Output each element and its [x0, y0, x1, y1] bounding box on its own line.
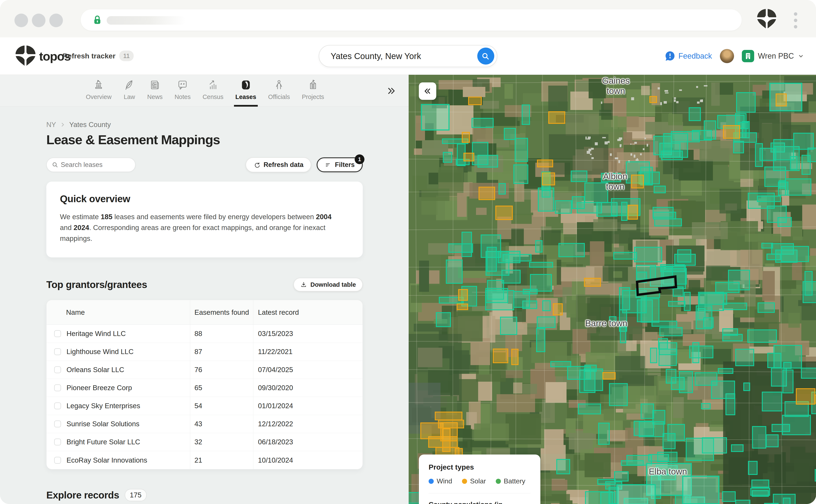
feedback-label: Feedback — [679, 52, 712, 61]
legend-item-battery: Battery — [496, 477, 525, 485]
county-search-input[interactable] — [331, 45, 467, 67]
window-maximize-button[interactable] — [49, 14, 63, 27]
window-minimize-button[interactable] — [32, 14, 45, 27]
row-checkbox[interactable] — [54, 384, 61, 391]
row-checkbox[interactable] — [54, 348, 61, 355]
org-badge — [742, 50, 754, 62]
latest-record-date: 12/12/2022 — [253, 415, 362, 433]
search-icon — [481, 52, 491, 61]
table-row[interactable]: Sunrise Solar Solutions 43 12/12/2022 — [47, 415, 362, 433]
legend-item-wind: Wind — [429, 477, 452, 485]
factory-icon — [307, 79, 319, 91]
row-checkbox[interactable] — [54, 402, 61, 409]
section-tab-bar: Overview Law News — [0, 75, 409, 107]
tab-label: Census — [202, 93, 223, 100]
explore-count-badge: 175 — [125, 489, 147, 501]
lock-icon — [92, 14, 103, 25]
address-bar[interactable] — [81, 9, 742, 31]
topos-extension-icon[interactable] — [757, 9, 777, 29]
latest-record-date: 11/22/2021 — [253, 343, 362, 361]
solar-label: Solar — [470, 477, 486, 485]
grantors-title: Top grantors/grantees — [46, 279, 147, 290]
row-checkbox[interactable] — [54, 421, 61, 427]
chevron-double-right-icon[interactable] — [386, 86, 396, 96]
tab-law[interactable]: Law — [123, 75, 135, 106]
collapse-map-button[interactable] — [419, 82, 436, 100]
filters-button[interactable]: Filters 1 — [316, 157, 363, 172]
table-row[interactable]: EcoRay Solar Innovations 21 10/10/2024 — [47, 451, 362, 469]
lease-map[interactable]: Gaines town Albion town Barre town Elba … — [409, 75, 816, 504]
battery-label: Battery — [504, 477, 525, 485]
chart-arrow-icon — [207, 79, 219, 91]
browser-menu-icon[interactable] — [792, 10, 799, 31]
town-label-albion: Albion town — [594, 171, 637, 192]
row-checkbox[interactable] — [54, 457, 61, 464]
table-row[interactable]: Legacy Sky Enterprises 54 01/01/2024 — [47, 397, 362, 415]
wind-dot — [429, 479, 434, 484]
tab-leases[interactable]: Leases — [235, 75, 256, 106]
feedback-bubble-icon — [665, 51, 675, 61]
header-right: Feedback Wren PBC — [665, 37, 804, 75]
legend-populations-title: County populations (in thousands) — [429, 501, 531, 504]
grantors-table: Name Easements found Latest record Herit… — [46, 300, 363, 469]
breadcrumb-county[interactable]: Yates County — [69, 121, 111, 129]
table-row[interactable]: Pioneer Breeze Corp 65 09/30/2020 — [47, 379, 362, 397]
download-table-button[interactable]: Download table — [293, 278, 363, 291]
url-placeholder — [107, 16, 186, 25]
org-name: Wren PBC — [758, 52, 794, 61]
avatar[interactable] — [720, 49, 734, 63]
topos-mark-icon — [15, 45, 36, 67]
feedback-button[interactable]: Feedback — [665, 51, 712, 61]
chevron-double-left-icon — [423, 87, 432, 95]
topos-logo[interactable]: topos — [15, 45, 71, 67]
table-row[interactable]: Bright Future Solar LLC 32 06/18/2023 — [47, 433, 362, 451]
latest-record-date: 09/30/2020 — [253, 379, 362, 397]
org-menu[interactable]: Wren PBC — [742, 50, 804, 62]
tab-label: News — [147, 93, 163, 100]
page-title: Lease & Easement Mappings — [46, 132, 363, 147]
explore-section-head: Explore records 175 — [46, 489, 363, 501]
breadcrumb-state[interactable]: NY — [46, 121, 56, 129]
refresh-tracker-count: 11 — [119, 51, 133, 61]
capitol-icon — [93, 79, 105, 91]
search-button[interactable] — [477, 48, 494, 65]
latest-record-date: 03/15/2023 — [253, 325, 362, 343]
tab-overview[interactable]: Overview — [86, 75, 112, 106]
easements-count: 54 — [190, 397, 253, 415]
feather-icon — [123, 79, 135, 91]
grantor-name: Heritage Wind LLC — [66, 330, 126, 338]
grantor-name: EcoRay Solar Innovations — [66, 456, 147, 464]
legend-project-types-title: Project types — [429, 463, 531, 471]
quick-overview-card: Quick overview We estimate 185 leases an… — [46, 182, 363, 257]
column-easements: Easements found — [190, 300, 253, 325]
tab-projects[interactable]: Projects — [302, 75, 324, 106]
breadcrumb: NY Yates County — [46, 121, 363, 129]
table-row[interactable]: Heritage Wind LLC 88 03/15/2023 — [47, 325, 362, 343]
tab-officials[interactable]: Officials — [268, 75, 290, 106]
quick-overview-title: Quick overview — [60, 193, 349, 205]
download-table-label: Download table — [310, 281, 356, 288]
refresh-tracker-link[interactable]: Refresh tracker 11 — [62, 51, 134, 61]
lease-search-input[interactable] — [61, 158, 131, 172]
lease-controls: Refresh data Filters 1 — [46, 157, 363, 172]
lease-document-icon — [240, 79, 252, 91]
table-row[interactable]: Lighthouse Wind LLC 87 11/22/2021 — [47, 343, 362, 361]
filters-label: Filters — [335, 161, 355, 169]
satellite-map-canvas[interactable] — [409, 75, 816, 504]
easements-count: 65 — [190, 379, 253, 397]
app-header: topos Refresh tracker 11 Feedba — [0, 37, 816, 75]
tab-notes[interactable]: Notes — [174, 75, 191, 106]
tab-census[interactable]: Census — [202, 75, 223, 106]
refresh-data-button[interactable]: Refresh data — [246, 157, 311, 172]
legend-item-solar: Solar — [462, 477, 486, 485]
table-row[interactable]: Orleans Solar LLC 76 07/04/2025 — [47, 361, 362, 379]
window-close-button[interactable] — [14, 14, 28, 27]
town-label-gaines: Gaines town — [595, 76, 637, 96]
row-checkbox[interactable] — [54, 439, 61, 445]
town-label-barre: Barre town — [585, 318, 627, 328]
grantor-name: Sunrise Solar Solutions — [66, 420, 139, 428]
row-checkbox[interactable] — [54, 366, 61, 373]
browser-chrome — [0, 0, 816, 37]
row-checkbox[interactable] — [54, 330, 61, 337]
tab-news[interactable]: News — [147, 75, 163, 106]
